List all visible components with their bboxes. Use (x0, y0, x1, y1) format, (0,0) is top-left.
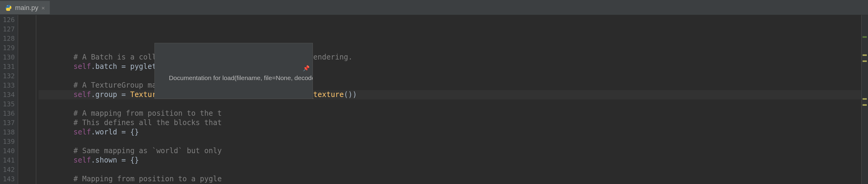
fold-strip (18, 15, 36, 184)
line-number: 129 (0, 43, 15, 53)
stripe-mark[interactable] (863, 98, 867, 100)
line-number: 134 (0, 90, 15, 99)
line-number: 142 (0, 165, 15, 174)
code-line[interactable]: # Same mapping as `world` but only (39, 146, 868, 156)
line-number: 133 (0, 81, 15, 90)
code-editor: 1261271281291301311321331341351361371381… (0, 15, 868, 184)
stripe-mark[interactable] (863, 54, 867, 56)
code-line[interactable] (39, 137, 868, 146)
stripe-mark[interactable] (863, 104, 867, 106)
line-number: 138 (0, 128, 15, 137)
line-number: 141 (0, 156, 15, 165)
svg-point-0 (7, 5, 7, 6)
code-line[interactable]: # A mapping from position to the t (39, 109, 868, 118)
stripe-mark[interactable] (863, 36, 867, 38)
code-line[interactable] (39, 99, 868, 109)
line-number: 126 (0, 15, 15, 24)
line-number-gutter: 1261271281291301311321331341351361371381… (0, 15, 18, 184)
line-number: 137 (0, 118, 15, 128)
close-tab-icon[interactable]: × (41, 4, 45, 11)
code-line[interactable]: self.shown = {} (39, 156, 868, 165)
svg-point-1 (9, 10, 10, 10)
line-number: 136 (0, 109, 15, 118)
doc-popup-title-bar: Documentation for load(filename, file=No… (155, 62, 313, 99)
code-line[interactable]: # Mapping from position to a pygle (39, 174, 868, 184)
pin-icon[interactable]: 📌 (303, 64, 310, 73)
file-tab-label: main.py (15, 4, 38, 12)
line-number: 130 (0, 53, 15, 62)
code-area[interactable]: # A Batch is a collection of vertex list… (36, 15, 868, 184)
line-number: 135 (0, 99, 15, 109)
code-line[interactable]: self.world = {} (39, 128, 868, 137)
documentation-popup: Documentation for load(filename, file=No… (154, 43, 313, 99)
code-line[interactable] (39, 165, 868, 174)
line-number: 128 (0, 34, 15, 43)
line-number: 139 (0, 137, 15, 146)
line-number: 140 (0, 146, 15, 156)
line-number: 131 (0, 62, 15, 71)
line-number: 127 (0, 24, 15, 34)
line-number: 132 (0, 71, 15, 81)
error-stripe[interactable] (861, 15, 868, 184)
line-number: 143 (0, 174, 15, 184)
doc-popup-title: Documentation for load(filename, file=No… (169, 74, 313, 81)
python-file-icon (5, 4, 12, 11)
editor-tab-bar: main.py × (0, 0, 868, 15)
stripe-mark[interactable] (863, 60, 867, 62)
code-line[interactable]: # This defines all the blocks that (39, 118, 868, 128)
file-tab-main-py[interactable]: main.py × (0, 1, 50, 14)
